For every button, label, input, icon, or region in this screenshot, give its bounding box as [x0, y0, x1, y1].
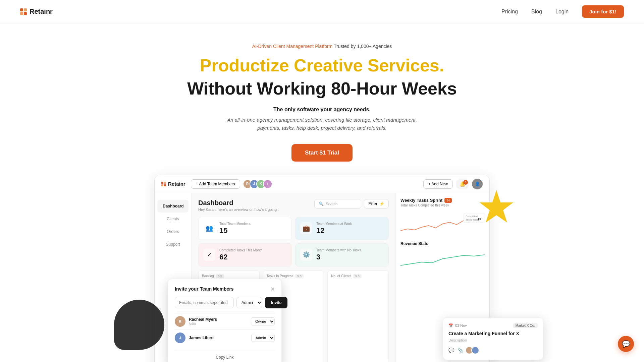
svg-marker-0 [480, 190, 513, 223]
dashboard-subtitle: Hey Karan, here's an overview on how's i… [198, 207, 279, 212]
nav-login[interactable]: Login [555, 9, 569, 15]
stat-card-0: 👥 Total Team Members 15 [198, 217, 292, 240]
nav-cta-button[interactable]: Join for $1! [582, 5, 624, 18]
task-card-title: Create a Marketing Funnel for X [448, 331, 538, 336]
stat-value-1: 12 [316, 226, 352, 235]
add-new-label: + Add New [428, 182, 448, 186]
star-decoration [476, 188, 517, 229]
member-role-select-1[interactable]: Admin [251, 334, 275, 342]
chat-icon: 💬 [448, 348, 454, 353]
nav-pricing[interactable]: Pricing [501, 9, 518, 15]
task-card-desc: Description [448, 338, 538, 342]
filter-label: Filter [368, 201, 377, 206]
stat-value-2: 62 [219, 253, 263, 261]
chat-bubble[interactable]: 💬 [618, 336, 634, 352]
stat-card-2: ✓ Completed Tasks This Month 62 [198, 243, 292, 266]
stat-card-1: 💼 Team Members at Work 12 [295, 217, 389, 240]
stat-icon-0: 👥 [203, 222, 215, 234]
add-new-button[interactable]: + Add New [423, 179, 453, 189]
stat-icon-3: ⚙️ [300, 249, 312, 261]
logo: Retainr [20, 8, 53, 15]
search-box[interactable]: 🔍 Search [314, 199, 361, 208]
sidebar-item-clients[interactable]: Clients [155, 213, 191, 225]
modal-title: Invite your Team Members [175, 286, 234, 292]
task-card-popup: 📅 03 Nov Market X Co. Create a Marketing… [443, 317, 543, 360]
member-avatar-1: J [175, 333, 185, 343]
task-card-footer: 💬 📎 [448, 346, 538, 354]
notification-button[interactable]: 🔔 5 [456, 179, 469, 189]
search-label: Search [326, 202, 337, 206]
stats-grid: 👥 Total Team Members 15 💼 Team Members a… [198, 217, 389, 266]
start-trial-button[interactable]: Start $1 Trial [291, 144, 353, 162]
copy-link-button[interactable]: Copy Link [175, 351, 275, 360]
hero-section: AI-Driven Client Management Platform Tru… [0, 23, 644, 175]
preview-wrapper: Retainr + Add Team Members R J K + + Add… [154, 175, 490, 362]
sidebar-item-orders[interactable]: Orders [155, 225, 191, 238]
invite-email-input[interactable] [175, 297, 234, 308]
dash-header-right: + Add New 🔔 5 👤 [423, 179, 483, 189]
member-role-select-0[interactable]: Owner [251, 317, 275, 325]
modal-close-button[interactable]: ✕ [270, 286, 275, 292]
stat-value-0: 15 [219, 226, 251, 235]
stat-icon-2: ✓ [203, 249, 215, 261]
hero-desc-italic: An all-in-one agency management solution… [225, 116, 419, 132]
invite-role-select[interactable]: Admin [236, 297, 262, 308]
stat-value-3: 3 [316, 253, 361, 261]
member-name-1: James Libert [189, 336, 214, 340]
stat-label-3: Team Members with No Tasks [316, 248, 361, 252]
member-info-1: J James Libert [175, 333, 214, 343]
hero-badge-highlight: AI-Driven Client Management Platform [252, 44, 333, 49]
clients-col: No. of Clients 5 5 [327, 270, 389, 362]
revenue-section: Revenue Stats [400, 241, 485, 269]
stat-label-1: Team Members at Work [316, 222, 352, 226]
dash-header-left: Retainr + Add Team Members R J K + [161, 179, 272, 189]
add-team-button[interactable]: + Add Team Members [191, 179, 240, 189]
stat-info-2: Completed Tasks This Month 62 [219, 248, 263, 261]
stat-info-1: Team Members at Work 12 [316, 222, 352, 235]
member-info-0: R Racheal Myers lydia [175, 316, 217, 327]
hero-badge-rest: Trusted by 1,000+ Agencies [334, 44, 392, 49]
navbar: Retainr Pricing Blog Login Join for $1! [0, 0, 644, 23]
dash-logo: Retainr [161, 181, 185, 187]
clients-count: 5 5 [353, 274, 362, 278]
preview-section: Retainr + Add Team Members R J K + + Add… [0, 175, 644, 362]
dash-logo-icon [161, 182, 166, 186]
task-avatar-2 [471, 346, 479, 354]
dash-logo-text: Retainr [168, 181, 185, 187]
backlog-header: Backlog 5 5 [202, 274, 256, 278]
logo-icon [20, 8, 27, 15]
add-team-label: + Add Team Members [196, 182, 235, 186]
filter-icon: ⚡ [379, 201, 384, 206]
invite-modal: Invite your Team Members ✕ Admin Invite … [168, 279, 282, 362]
inprogress-header: Tasks In Progress 5 5 [267, 274, 321, 278]
sprint-chart: Completed Tasks Today 16 [400, 210, 485, 237]
task-card-date: 📅 03 Nov Market X Co. [448, 323, 538, 328]
modal-header: Invite your Team Members ✕ [175, 286, 275, 292]
hero-subtitle: Without Working 80-Hour Weeks [7, 78, 637, 99]
member-row-0: R Racheal Myers lydia Owner [175, 313, 275, 329]
sidebar-item-dashboard[interactable]: Dashboard [157, 200, 189, 213]
hero-desc-bold: The only software your agency needs. [7, 107, 637, 113]
task-card-avatars [467, 346, 479, 354]
clip-icon: 📎 [458, 348, 463, 353]
search-filter-row: 🔍 Search Filter ⚡ [314, 199, 389, 208]
logo-text: Retainr [30, 8, 53, 15]
dashboard-title: Dashboard [198, 199, 279, 207]
calendar-icon: 📅 [448, 323, 453, 328]
clients-label: No. of Clients [331, 274, 351, 278]
notification-badge: 5 [463, 180, 468, 185]
stat-info-3: Team Members with No Tasks 3 [316, 248, 361, 261]
invite-button[interactable]: Invite [265, 297, 287, 308]
nav-blog[interactable]: Blog [531, 9, 542, 15]
search-icon: 🔍 [319, 201, 324, 206]
avatar-add: + [263, 179, 272, 189]
member-name-0: Racheal Myers [189, 317, 217, 322]
inprogress-count: 5 5 [295, 274, 304, 278]
task-card: 📅 03 Nov Market X Co. Create a Marketing… [443, 317, 543, 360]
filter-button[interactable]: Filter ⚡ [364, 199, 389, 208]
member-email-0: lydia [189, 322, 217, 325]
sprint-title-row: Weekly Tasks Sprint 34 [400, 198, 485, 203]
stat-info-0: Total Team Members 15 [219, 222, 251, 235]
task-card-badge: Market X Co. [513, 323, 538, 328]
sidebar-item-support[interactable]: Support [155, 238, 191, 251]
